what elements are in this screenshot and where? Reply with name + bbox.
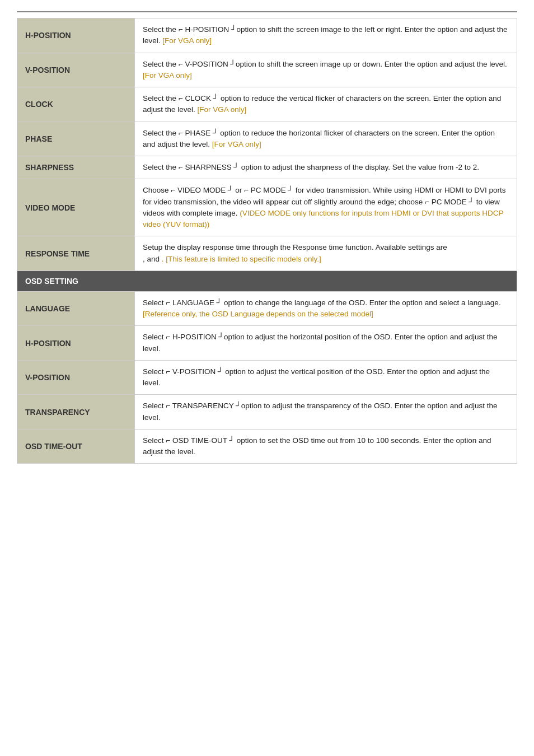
row-label-transparency: TRANSPARENCY: [17, 395, 135, 430]
row-label-h-position-2: H-POSITION: [17, 326, 135, 361]
row-label-v-position-1: V-POSITION: [17, 53, 135, 87]
row-label-video-mode: VIDEO MODE: [17, 179, 135, 236]
row-desc-v-position-1: Select the ⌐ V-POSITION ┘option to shift…: [135, 53, 517, 87]
table-row: V-POSITIONSelect ⌐ V-POSITION ┘ option t…: [17, 360, 517, 395]
row-label-v-position-2: V-POSITION: [17, 360, 135, 395]
osd-section-label: OSD SETTING: [17, 270, 517, 291]
row-label-clock: CLOCK: [17, 87, 135, 122]
row-desc-video-mode: Choose ⌐ VIDEO MODE ┘ or ⌐ PC MODE ┘ for…: [135, 179, 517, 236]
row-label-osd-time-out: OSD TIME-OUT: [17, 429, 135, 464]
top-divider: [17, 11, 517, 12]
row-desc-h-position-1: Select the ⌐ H-POSITION ┘option to shift…: [135, 18, 517, 53]
row-desc-phase: Select the ⌐ PHASE ┘ option to reduce th…: [135, 122, 517, 156]
row-label-language: LANGUAGE: [17, 291, 135, 326]
osd-section-header: OSD SETTING: [17, 270, 517, 291]
row-desc-transparency: Select ⌐ TRANSPARENCY ┘option to adjust …: [135, 395, 517, 430]
row-label-response-time: RESPONSE TIME: [17, 236, 135, 271]
row-desc-clock: Select the ⌐ CLOCK ┘ option to reduce th…: [135, 87, 517, 122]
table-row: VIDEO MODEChoose ⌐ VIDEO MODE ┘ or ⌐ PC …: [17, 179, 517, 236]
table-row: LANGUAGESelect ⌐ LANGUAGE ┘ option to ch…: [17, 291, 517, 326]
row-label-phase: PHASE: [17, 122, 135, 156]
table-row: SHARPNESSSelect the ⌐ SHARPNESS ┘ option…: [17, 156, 517, 179]
table-row: V-POSITIONSelect the ⌐ V-POSITION ┘optio…: [17, 53, 517, 87]
table-row: H-POSITIONSelect ⌐ H-POSITION ┘option to…: [17, 326, 517, 361]
row-desc-sharpness: Select the ⌐ SHARPNESS ┘ option to adjus…: [135, 156, 517, 179]
table-row: TRANSPARENCYSelect ⌐ TRANSPARENCY ┘optio…: [17, 395, 517, 430]
row-desc-language: Select ⌐ LANGUAGE ┘ option to change the…: [135, 291, 517, 326]
row-desc-v-position-2: Select ⌐ V-POSITION ┘ option to adjust t…: [135, 360, 517, 395]
table-row: CLOCKSelect the ⌐ CLOCK ┘ option to redu…: [17, 87, 517, 122]
table-row: PHASESelect the ⌐ PHASE ┘ option to redu…: [17, 122, 517, 156]
row-label-h-position-1: H-POSITION: [17, 18, 135, 53]
main-table: H-POSITIONSelect the ⌐ H-POSITION ┘optio…: [17, 18, 517, 464]
row-desc-h-position-2: Select ⌐ H-POSITION ┘option to adjust th…: [135, 326, 517, 361]
table-row: RESPONSE TIMESetup the display response …: [17, 236, 517, 271]
table-row: H-POSITIONSelect the ⌐ H-POSITION ┘optio…: [17, 18, 517, 53]
row-desc-response-time: Setup the display response time through …: [135, 236, 517, 271]
table-row: OSD TIME-OUTSelect ⌐ OSD TIME-OUT ┘ opti…: [17, 429, 517, 464]
row-label-sharpness: SHARPNESS: [17, 156, 135, 179]
row-desc-osd-time-out: Select ⌐ OSD TIME-OUT ┘ option to set th…: [135, 429, 517, 464]
